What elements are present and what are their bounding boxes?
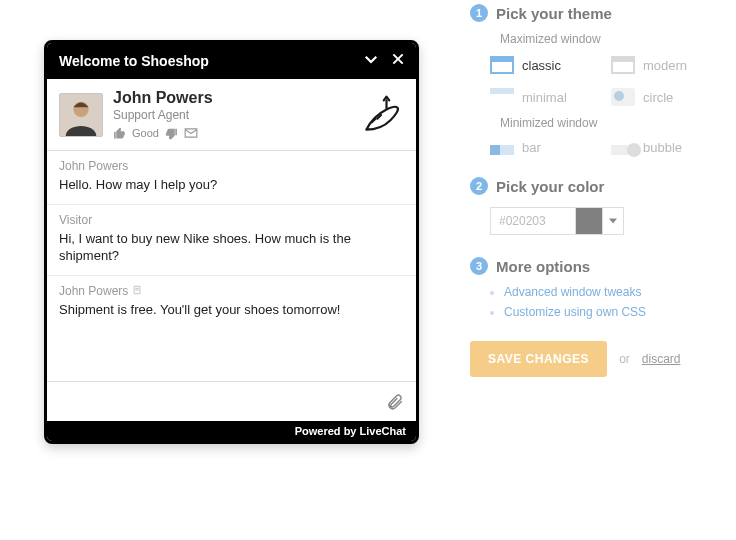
email-icon[interactable] (184, 126, 198, 140)
message-text: Shipment is free. You'll get your shoes … (59, 301, 404, 319)
chat-footer: Powered by LiveChat (47, 421, 416, 441)
message-author: John Powers (59, 159, 404, 173)
shop-logo-icon (358, 92, 404, 138)
theme-label: bar (522, 140, 541, 155)
agent-name: John Powers (113, 89, 348, 107)
message: John Powers Shipment is free. You'll get… (47, 276, 416, 329)
message: Visitor Hi, I want to buy new Nike shoes… (47, 205, 416, 276)
theme-swatch-icon (611, 56, 635, 74)
link-customize-css[interactable]: Customize using own CSS (504, 305, 726, 319)
message: John Powers Hello. How may I help you? (47, 151, 416, 205)
step-theme-header: 1 Pick your theme (470, 4, 726, 22)
maximized-label: Maximized window (500, 32, 726, 46)
agent-bar: John Powers Support Agent Good (47, 79, 416, 151)
messages-area: John Powers Hello. How may I help you? V… (47, 151, 416, 381)
input-row (47, 381, 416, 421)
discard-link[interactable]: discard (642, 352, 681, 366)
save-button[interactable]: SAVE CHANGES (470, 341, 607, 377)
step-color-header: 2 Pick your color (470, 177, 726, 195)
thumbs-down-icon[interactable] (165, 127, 178, 140)
theme-option-circle[interactable]: circle (611, 88, 726, 106)
chat-widget: Welcome to Shoeshop John Powers Support (44, 40, 419, 444)
theme-swatch-icon (490, 56, 514, 74)
close-icon[interactable] (390, 51, 406, 71)
minimize-icon[interactable] (362, 50, 380, 72)
minimized-label: Minimized window (500, 116, 726, 130)
step-badge: 3 (470, 257, 488, 275)
step-more-header: 3 More options (470, 257, 726, 275)
message-text: Hi, I want to buy new Nike shoes. How mu… (59, 230, 404, 265)
thumbs-up-icon[interactable] (113, 127, 126, 140)
message-input[interactable] (55, 382, 382, 421)
theme-option-modern[interactable]: modern (611, 56, 726, 74)
theme-label: minimal (522, 90, 567, 105)
theme-swatch-icon (490, 145, 514, 155)
theme-swatch-icon (490, 88, 514, 106)
theme-label: modern (643, 58, 687, 73)
theme-label: circle (643, 90, 673, 105)
theme-option-bar[interactable]: bar (490, 140, 605, 155)
message-author: Visitor (59, 213, 404, 227)
or-label: or (619, 352, 630, 366)
message-text: Hello. How may I help you? (59, 176, 404, 194)
document-icon (132, 284, 142, 298)
step-badge: 1 (470, 4, 488, 22)
color-hex-input[interactable] (490, 207, 576, 235)
color-preview-swatch (576, 207, 602, 235)
chat-title: Welcome to Shoeshop (59, 53, 209, 69)
agent-role: Support Agent (113, 108, 348, 122)
step-badge: 2 (470, 177, 488, 195)
theme-label: bubble (643, 140, 682, 155)
attachment-icon[interactable] (382, 389, 408, 415)
rate-good-label: Good (132, 127, 159, 139)
chat-header: Welcome to Shoeshop (47, 43, 416, 79)
step-title: Pick your theme (496, 5, 612, 22)
agent-avatar (59, 93, 103, 137)
theme-swatch-icon (611, 145, 635, 155)
theme-option-minimal[interactable]: minimal (490, 88, 605, 106)
message-author: John Powers (59, 284, 128, 298)
color-dropdown-button[interactable] (602, 207, 624, 235)
theme-label: classic (522, 58, 561, 73)
step-title: Pick your color (496, 178, 604, 195)
svg-marker-7 (609, 219, 617, 224)
theme-swatch-icon (611, 88, 635, 106)
link-advanced-tweaks[interactable]: Advanced window tweaks (504, 285, 726, 299)
theme-option-classic[interactable]: classic (490, 56, 605, 74)
theme-option-bubble[interactable]: bubble (611, 140, 726, 155)
step-title: More options (496, 258, 590, 275)
